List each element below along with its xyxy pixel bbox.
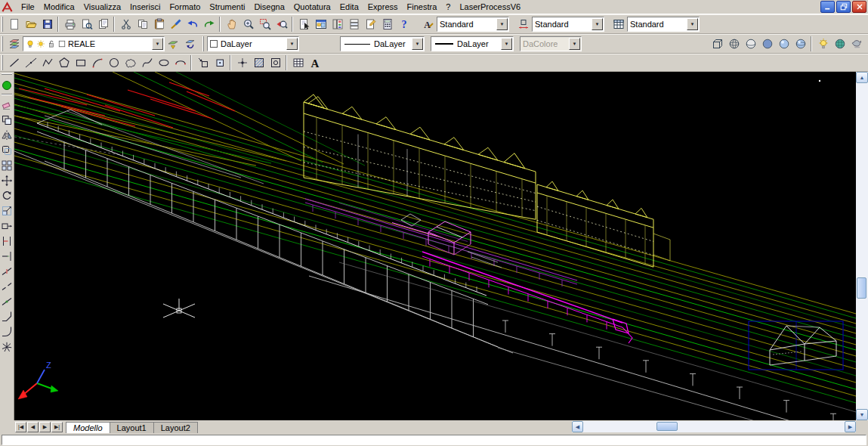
text-style-combo[interactable]: Standard ▼ [437,17,509,32]
join-button[interactable] [0,294,14,309]
sphere-flat-button[interactable] [759,36,776,52]
table-style-button[interactable] [610,16,627,33]
toolbar-grip[interactable] [2,73,12,76]
menu-item--[interactable]: ? [441,1,455,13]
ellipse-button[interactable] [156,54,172,71]
vertical-scrollbar[interactable]: ▲ ▼ [856,72,868,420]
make-object-layer-current-button[interactable] [165,36,181,52]
quick-calc-button[interactable] [379,16,396,33]
toolbar-grip[interactable] [2,17,5,32]
next-tab-button[interactable]: ▶ [39,422,51,432]
lineweight-combo[interactable]: DaLayer ▼ [431,36,514,51]
horizontal-scroll-thumb[interactable] [656,422,678,431]
array-button[interactable] [0,158,14,173]
chevron-down-icon[interactable]: ▼ [496,18,508,30]
chamfer-button[interactable] [0,309,14,324]
point-button[interactable] [234,54,251,71]
text-style-button[interactable]: A [420,16,437,33]
layer-combo[interactable]: REALE ▼ [23,36,165,51]
new-button[interactable] [6,16,23,33]
tool-palettes-button[interactable] [329,16,346,33]
match-properties-button[interactable] [168,16,184,33]
horizontal-scrollbar[interactable]: ◀ ▶ [572,421,856,432]
markup-button[interactable] [363,16,379,33]
fillet-button[interactable] [0,324,14,339]
restore-button[interactable] [836,1,851,13]
extend-button[interactable] [0,249,14,264]
model-space-view[interactable]: Z [14,72,856,420]
menu-item-finestra[interactable]: Finestra [403,1,442,13]
dim-style-button[interactable] [515,16,532,33]
offset-button[interactable] [0,143,14,158]
tab-modello[interactable]: Modello [66,422,110,433]
first-tab-button[interactable]: |◀ [15,422,26,432]
table-style-combo[interactable]: Standard ▼ [627,17,700,32]
draw-order-button[interactable] [0,78,14,93]
break-button[interactable] [0,279,14,294]
construction-line-button[interactable] [23,54,39,71]
layer-properties-button[interactable] [6,36,23,52]
scroll-down-button[interactable]: ▼ [856,409,868,420]
last-tab-button[interactable]: ▶| [51,422,63,432]
scroll-left-button[interactable]: ◀ [572,421,583,432]
toolbar-grip[interactable] [2,36,5,51]
save-button[interactable] [39,16,56,33]
menu-item-laserprocessv6[interactable]: LaserProcessV6 [455,1,525,13]
properties-button[interactable] [296,16,313,33]
chevron-down-icon[interactable]: ▼ [687,18,698,30]
minimize-button[interactable] [820,1,835,13]
zoom-window-button[interactable] [257,16,273,33]
mirror-button[interactable] [0,128,14,143]
3d-box-button[interactable] [709,36,726,52]
make-block-button[interactable] [212,54,228,71]
menu-item-strumenti[interactable]: Strumenti [205,1,249,13]
rectangle-button[interactable] [73,54,89,71]
chevron-down-icon[interactable]: ▼ [501,38,512,50]
menu-item-express[interactable]: Express [363,1,403,13]
publish-button[interactable] [95,16,112,33]
layer-thaw-icon[interactable] [36,39,46,49]
sphere-hidden-button[interactable] [743,36,759,52]
plot-button[interactable] [62,16,79,33]
scroll-up-button[interactable]: ▲ [856,72,868,83]
render-button[interactable] [848,36,865,52]
layer-previous-button[interactable] [181,36,198,52]
ellipse-arc-button[interactable] [172,54,189,71]
scale-button[interactable] [0,203,14,218]
menu-item-quotatura[interactable]: Quotatura [289,1,335,13]
multiline-text-button[interactable]: A [307,54,323,71]
plot-preview-button[interactable] [79,16,95,33]
insert-block-button[interactable] [195,54,212,71]
rotate-button[interactable] [0,188,14,203]
undo-button[interactable] [184,16,201,33]
polygon-button[interactable] [56,54,73,71]
dim-style-combo[interactable]: Standard ▼ [532,17,604,32]
explode-button[interactable] [0,339,14,355]
light-button[interactable] [815,36,832,52]
menu-item-disegna[interactable]: Disegna [249,1,289,13]
menu-item-visualizza[interactable]: Visualizza [79,1,125,13]
paste-button[interactable] [151,16,168,33]
toolbar-grip[interactable] [2,55,5,70]
stretch-button[interactable] [0,218,14,234]
toolbar-grip[interactable] [202,36,205,51]
move-button[interactable] [0,173,14,188]
open-button[interactable] [23,16,39,33]
color-combo[interactable]: DaLayer ▼ [207,36,299,51]
sphere-wireframe-button[interactable] [726,36,743,52]
zoom-previous-button[interactable] [273,16,290,33]
chevron-down-icon[interactable]: ▼ [412,38,423,50]
vertical-scroll-thumb[interactable] [857,277,866,299]
arc-button[interactable] [89,54,106,71]
hatch-button[interactable] [251,54,267,71]
menu-item-edita[interactable]: Edita [335,1,363,13]
menu-item-file[interactable]: File [17,1,39,13]
erase-button[interactable] [0,98,14,113]
chevron-down-icon[interactable]: ▼ [152,38,163,50]
menu-item-modifica[interactable]: Modifica [39,1,79,13]
region-button[interactable] [267,54,284,71]
sphere-edges-button[interactable] [792,36,809,52]
zoom-realtime-button[interactable] [240,16,257,33]
design-center-button[interactable] [313,16,329,33]
redo-button[interactable] [201,16,218,33]
